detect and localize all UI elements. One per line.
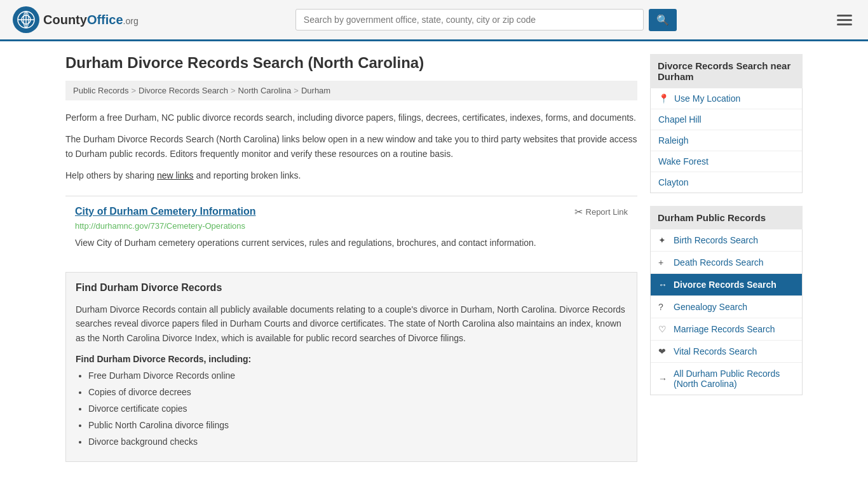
- pr-link[interactable]: Birth Records Search: [674, 235, 758, 245]
- public-records-list: ✦Birth Records Search+Death Records Sear…: [650, 229, 803, 395]
- intro-text-1: Perform a free Durham, NC public divorce…: [65, 111, 637, 125]
- pr-icon: ♡: [658, 324, 668, 334]
- pr-link[interactable]: Vital Records Search: [674, 346, 757, 356]
- search-button[interactable]: 🔍: [649, 9, 677, 31]
- nearby-link[interactable]: Chapel Hill: [658, 114, 702, 125]
- menu-icon-bar3: [837, 24, 852, 25]
- nearby-item[interactable]: Clayton: [651, 172, 802, 193]
- find-list: Free Durham Divorce Records onlineCopies…: [76, 369, 627, 449]
- pr-link[interactable]: Death Records Search: [674, 257, 764, 268]
- public-records-item[interactable]: ?Genealogy Search: [651, 296, 802, 318]
- pr-link[interactable]: All Durham Public Records (North Carolin…: [674, 369, 794, 389]
- breadcrumb-sep2: >: [231, 86, 236, 95]
- menu-icon-bar2: [837, 19, 852, 21]
- link-url: http://durhamnc.gov/737/Cemetery-Operati…: [75, 221, 628, 231]
- report-link-label: Report Link: [586, 207, 628, 217]
- public-records-header-text: Durham Public Records: [658, 212, 766, 223]
- breadcrumb-divorce-records-search[interactable]: Divorce Records Search: [139, 86, 228, 95]
- pr-link[interactable]: Marriage Records Search: [674, 324, 775, 334]
- list-item: Public North Carolina divorce filings: [88, 419, 627, 432]
- pr-link[interactable]: Genealogy Search: [674, 302, 747, 312]
- public-records-item[interactable]: ↔Divorce Records Search: [651, 274, 802, 296]
- nearby-link[interactable]: Wake Forest: [658, 156, 709, 166]
- list-item: Divorce certificate copies: [88, 402, 627, 416]
- pr-link[interactable]: Divorce Records Search: [674, 280, 776, 290]
- sidebar: Divorce Records Search near Durham 📍Use …: [650, 54, 803, 462]
- report-icon: ✂: [574, 206, 583, 218]
- menu-icon-bar1: [837, 15, 852, 17]
- public-records-header: Durham Public Records: [650, 206, 803, 229]
- breadcrumb: Public Records > Divorce Records Search …: [65, 81, 637, 100]
- link-entry: ✂ Report Link City of Durham Cemetery In…: [65, 196, 637, 259]
- public-records-item[interactable]: ♡Marriage Records Search: [651, 318, 802, 341]
- nearby-icon: 📍: [658, 93, 669, 104]
- breadcrumb-durham[interactable]: Durham: [301, 86, 330, 95]
- list-item: Divorce background checks: [88, 435, 627, 449]
- public-records-item[interactable]: +Death Records Search: [651, 252, 802, 274]
- intro3-prefix: Help others by sharing: [65, 170, 157, 180]
- find-box-text: Durham Divorce Records contain all publi…: [76, 302, 627, 345]
- list-item: Copies of divorce decrees: [88, 386, 627, 399]
- logo-icon: [13, 6, 39, 33]
- including-title: Find Durham Divorce Records, including:: [76, 354, 627, 364]
- intro3-suffix: and reporting broken links.: [194, 170, 301, 180]
- nearby-link[interactable]: Raleigh: [658, 135, 688, 146]
- link-title[interactable]: City of Durham Cemetery Information: [75, 206, 628, 217]
- nearby-header: Divorce Records Search near Durham: [650, 54, 803, 88]
- breadcrumb-public-records[interactable]: Public Records: [73, 86, 128, 95]
- public-records-item[interactable]: ❤Vital Records Search: [651, 341, 802, 363]
- nearby-list: 📍Use My LocationChapel HillRaleighWake F…: [650, 88, 803, 193]
- link-description: View City of Durham cemetery operations …: [75, 236, 628, 250]
- public-records-item[interactable]: ✦Birth Records Search: [651, 229, 802, 252]
- pr-icon: →: [658, 374, 668, 384]
- logo-area: CountyOffice.org: [13, 6, 139, 33]
- breadcrumb-sep1: >: [131, 86, 136, 95]
- nearby-item[interactable]: 📍Use My Location: [651, 88, 802, 109]
- search-area: 🔍: [295, 9, 677, 31]
- nearby-link[interactable]: Use My Location: [674, 93, 740, 104]
- search-icon: 🔍: [656, 15, 669, 25]
- find-divorce-records-box: Find Durham Divorce Records Durham Divor…: [65, 272, 637, 462]
- public-records-section: Durham Public Records ✦Birth Records Sea…: [650, 206, 803, 395]
- breadcrumb-north-carolina[interactable]: North Carolina: [238, 86, 292, 95]
- logo-text: CountyOffice.org: [43, 13, 139, 27]
- nearby-item[interactable]: Chapel Hill: [651, 109, 802, 130]
- nearby-header-text: Divorce Records Search near Durham: [658, 60, 790, 82]
- content-area: Durham Divorce Records Search (North Car…: [65, 54, 637, 462]
- list-item: Free Durham Divorce Records online: [88, 369, 627, 383]
- intro-text-2: The Durham Divorce Records Search (North…: [65, 132, 637, 161]
- new-links-link[interactable]: new links: [157, 170, 194, 180]
- pr-icon: ✦: [658, 235, 668, 245]
- search-input[interactable]: [295, 9, 644, 30]
- pr-icon: ↔: [658, 280, 668, 290]
- nearby-item[interactable]: Raleigh: [651, 130, 802, 151]
- main-layout: Durham Divorce Records Search (North Car…: [53, 41, 815, 475]
- nearby-link[interactable]: Clayton: [658, 177, 688, 187]
- pr-icon: +: [658, 257, 668, 268]
- breadcrumb-sep3: >: [294, 86, 299, 95]
- intro-text-3: Help others by sharing new links and rep…: [65, 168, 637, 182]
- find-box-title: Find Durham Divorce Records: [76, 282, 627, 294]
- header: CountyOffice.org 🔍: [0, 0, 868, 41]
- page-title: Durham Divorce Records Search (North Car…: [65, 54, 637, 72]
- public-records-item[interactable]: →All Durham Public Records (North Caroli…: [651, 363, 802, 395]
- report-link-button[interactable]: ✂ Report Link: [574, 206, 628, 218]
- menu-button[interactable]: [834, 11, 855, 29]
- nearby-section: Divorce Records Search near Durham 📍Use …: [650, 54, 803, 193]
- nearby-item[interactable]: Wake Forest: [651, 151, 802, 172]
- pr-icon: ?: [658, 302, 668, 312]
- pr-icon: ❤: [658, 346, 668, 356]
